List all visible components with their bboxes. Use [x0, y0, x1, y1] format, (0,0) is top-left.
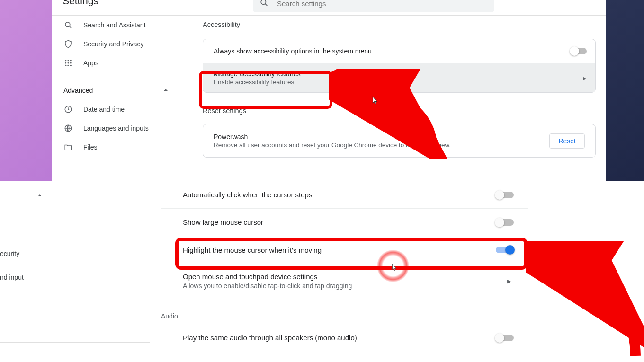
sidebar-item-label: Apps: [83, 59, 98, 67]
sidebar-item-label: Date and time: [83, 106, 125, 113]
row-label: Automatically click when the cursor stop…: [183, 191, 312, 199]
accessibility-section-title: Accessibility: [203, 21, 596, 28]
powerwash-row: Powerwash Remove all user accounts and r…: [203, 124, 595, 157]
sidebar-item-security-privacy[interactable]: Security and Privacy: [52, 35, 173, 53]
sidebar-item-partial-security[interactable]: ecurity: [0, 244, 150, 264]
large-cursor-toggle[interactable]: [496, 219, 514, 226]
svg-point-5: [68, 60, 69, 61]
mono-audio-row[interactable]: Play the same audio through all speakers…: [161, 324, 528, 351]
partial-sidebar: ecurity nd input: [0, 181, 150, 362]
sidebar-item-partial[interactable]: [0, 224, 150, 244]
svg-point-0: [261, 0, 266, 4]
sidebar-item-apps[interactable]: Apps: [52, 53, 173, 72]
row-sublabel: Allows you to enable/disable tap-to-clic…: [183, 282, 352, 290]
annotation-highlight-box-top: [199, 71, 332, 109]
sidebar-item-languages[interactable]: Languages and inputs: [52, 119, 173, 138]
pointer-cursor-icon: [370, 96, 379, 108]
reset-button[interactable]: Reset: [549, 133, 585, 149]
folder-icon: [63, 143, 73, 151]
always-show-toggle[interactable]: [571, 48, 587, 54]
sidebar-item-partial-input[interactable]: nd input: [0, 267, 150, 287]
settings-sidebar: Search and Assistant Security and Privac…: [52, 16, 173, 157]
sidebar-item-label: Files: [83, 143, 98, 151]
always-show-accessibility-row[interactable]: Always show accessibility options in the…: [203, 39, 595, 63]
svg-point-12: [70, 65, 72, 66]
auto-click-row[interactable]: Automatically click when the cursor stop…: [161, 181, 528, 209]
svg-line-1: [265, 4, 267, 6]
reset-card: Powerwash Remove all user accounts and r…: [203, 124, 596, 158]
advanced-label: Advanced: [63, 87, 93, 94]
svg-point-10: [65, 65, 66, 66]
sidebar-item-date-time[interactable]: Date and time: [52, 100, 173, 119]
sidebar-item-label: Languages and inputs: [83, 124, 149, 132]
sidebar-item-search-assistant[interactable]: Search and Assistant: [52, 16, 173, 35]
svg-line-3: [69, 26, 71, 28]
row-label: Open mouse and touchpad device settings: [183, 273, 317, 281]
svg-point-9: [70, 62, 72, 64]
row-label: Always show accessibility options in the…: [214, 47, 372, 55]
svg-point-6: [70, 60, 72, 61]
sidebar-item-partial[interactable]: [0, 291, 150, 311]
settings-window-bottom: ecurity nd input Automatically click whe…: [0, 181, 644, 362]
row-label: Show large mouse cursor: [183, 218, 263, 226]
annotation-highlight-box-bottom: [175, 238, 528, 270]
svg-point-8: [68, 62, 69, 64]
clock-icon: [63, 105, 73, 114]
settings-window-top: Settings Search and Assistant Security a…: [52, 0, 606, 181]
sidebar-item-label: Security and Privacy: [83, 40, 144, 48]
search-input[interactable]: [277, 0, 488, 8]
mono-audio-toggle[interactable]: [496, 335, 514, 341]
auto-click-toggle[interactable]: [496, 192, 514, 198]
sidebar-advanced-toggle[interactable]: Advanced: [52, 81, 173, 100]
row-label: Play the same audio through all speakers…: [183, 334, 357, 342]
search-bar[interactable]: [253, 0, 494, 12]
powerwash-desc: Remove all user accounts and reset your …: [214, 141, 451, 149]
apps-grid-icon: [63, 59, 73, 67]
audio-section-title: Audio: [161, 298, 528, 324]
shield-icon: [63, 40, 73, 48]
chevron-up-icon: [163, 87, 169, 94]
pointer-cursor-icon: [390, 263, 398, 275]
large-cursor-row[interactable]: Show large mouse cursor: [161, 209, 528, 236]
page-title: Settings: [63, 0, 98, 7]
desktop-background-right: [605, 0, 644, 181]
chevron-up-icon: [37, 192, 43, 200]
svg-point-11: [68, 65, 69, 66]
svg-point-4: [65, 60, 66, 61]
sidebar-item-label: Search and Assistant: [83, 21, 146, 29]
svg-point-7: [65, 62, 66, 64]
sidebar-item-files[interactable]: Files: [52, 138, 173, 157]
powerwash-label: Powerwash: [214, 133, 451, 141]
chevron-right-icon: ▶: [583, 75, 587, 80]
chevron-right-icon: ▶: [507, 278, 511, 284]
search-icon: [259, 0, 268, 9]
search-icon: [63, 21, 73, 29]
globe-icon: [63, 124, 73, 132]
